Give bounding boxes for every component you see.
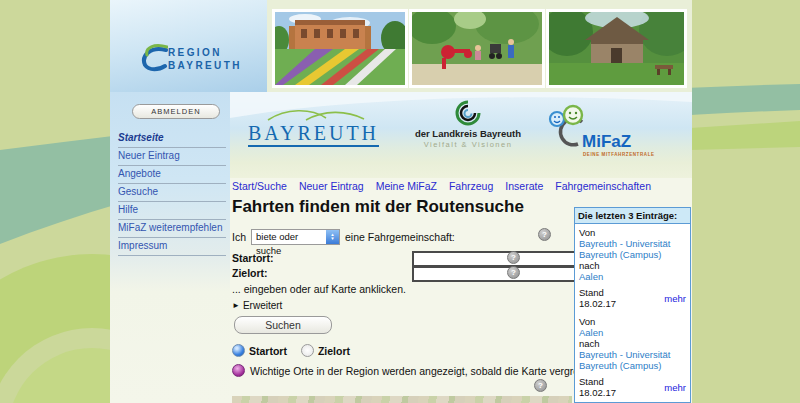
sidebar-menu: Startseite Neuer Eintrag Angebote Gesuch… xyxy=(118,130,226,256)
nav-neuer-eintrag[interactable]: Neuer Eintrag xyxy=(299,180,364,192)
bayreuth-city-logo: BAYREUTH xyxy=(248,122,379,147)
place-marker-icon xyxy=(232,364,245,377)
sidebar-item-impressum[interactable]: Impressum xyxy=(118,238,226,256)
latest-entries-title: Die letzten 3 Einträge: xyxy=(575,208,690,224)
entry-to-link[interactable]: Bayreuth - Universität Bayreuth (Campus) xyxy=(579,349,686,371)
nav-fahrgemeinschaften[interactable]: Fahrgemeinschaften xyxy=(555,180,651,192)
photo-playground xyxy=(409,9,545,88)
dest-label: Zielort: xyxy=(232,267,268,279)
help-icon-start[interactable]: ? xyxy=(507,251,520,264)
nav-inserate[interactable]: Inserate xyxy=(505,180,543,192)
radio-zielort[interactable] xyxy=(301,344,314,357)
start-label: Startort: xyxy=(232,252,273,264)
bayreuth-logo-arcs-icon xyxy=(266,106,366,122)
places-hint-text: Wichtige Orte in der Region werden angez… xyxy=(250,365,623,377)
sidebar: ABMELDEN Startseite Neuer Eintrag Angebo… xyxy=(110,92,230,403)
entry-from-link[interactable]: Bayreuth - Universität Bayreuth (Campus) xyxy=(579,238,686,260)
mode-row: Ich biete oder suche ▲▼ eine Fahrgemeins… xyxy=(232,229,552,245)
logo-band: BAYREUTH der Landkreis Bayreuth Vielfalt… xyxy=(230,92,692,178)
region-logo-text: REGION BAYREUTH xyxy=(168,46,242,72)
nav-fahrzeug[interactable]: Fahrzeug xyxy=(449,180,493,192)
main-nav: Start/Suche Neuer Eintrag Meine MiFaZ Fa… xyxy=(232,180,651,192)
start-row: Startort: xyxy=(232,252,632,264)
from-label: Von xyxy=(579,227,686,238)
entry-date: 18.02.17 xyxy=(579,298,616,309)
map-mode-radios: Startort Zielort xyxy=(232,344,364,357)
help-icon-dest[interactable]: ? xyxy=(507,266,520,279)
sidebar-item-neuer-eintrag[interactable]: Neuer Eintrag xyxy=(118,148,226,166)
entry-date: 18.02.17 xyxy=(579,387,616,398)
stand-label: Stand xyxy=(579,287,616,298)
stand-label: Stand xyxy=(579,376,616,387)
page-container: REGION BAYREUTH ABMELDEN Startseite Neue… xyxy=(110,0,692,403)
latest-entries-panel: Die letzten 3 Einträge: Von Bayreuth - U… xyxy=(574,207,691,403)
from-label: Von xyxy=(579,316,686,327)
mifaz-logo: MiFaZ DEINE MITFAHRZENTRALE xyxy=(546,104,676,160)
page-title: Fahrten finden mit der Routensuche xyxy=(232,197,524,217)
logout-button[interactable]: ABMELDEN xyxy=(132,104,220,119)
mode-suffix-label: eine Fahrgemeinschaft: xyxy=(345,231,455,243)
to-label: nach xyxy=(579,260,686,271)
help-icon-mode[interactable]: ? xyxy=(538,228,551,241)
latest-entries-list: Von Bayreuth - Universität Bayreuth (Cam… xyxy=(575,224,690,403)
radio-startort-label: Startort xyxy=(249,345,287,357)
more-link[interactable]: mehr xyxy=(664,293,686,304)
places-hint-row: Wichtige Orte in der Region werden angez… xyxy=(232,364,623,377)
radio-startort[interactable] xyxy=(232,344,245,357)
mode-select-value: biete oder suche xyxy=(252,230,326,244)
header-photo-strip xyxy=(267,0,692,92)
mode-select[interactable]: biete oder suche ▲▼ xyxy=(251,229,340,245)
entry-stand-row: Stand 18.02.17 mehr xyxy=(579,287,686,309)
sidebar-item-hilfe[interactable]: Hilfe xyxy=(118,202,226,220)
region-logo-panel: REGION BAYREUTH xyxy=(110,0,267,92)
landkreis-spiral-icon xyxy=(455,100,481,126)
entry-stand-row: Stand 18.02.17 mehr xyxy=(579,376,686,398)
dest-row: Zielort: xyxy=(232,267,632,279)
map-entry-hint: ... eingeben oder auf Karte anklicken. xyxy=(232,283,406,295)
sidebar-item-gesuche[interactable]: Gesuche xyxy=(118,184,226,202)
entry-1: Von Bayreuth - Universität Bayreuth (Cam… xyxy=(579,227,686,309)
photo-farmhouse xyxy=(546,9,687,88)
nav-start-suche[interactable]: Start/Suche xyxy=(232,180,287,192)
entry-2: Von Aalen nach Bayreuth - Universität Ba… xyxy=(579,316,686,398)
to-label: nach xyxy=(579,338,686,349)
map-canvas[interactable] xyxy=(232,396,572,403)
sidebar-item-startseite[interactable]: Startseite xyxy=(118,130,226,148)
landkreis-logo: der Landkreis Bayreuth Vielfalt & Vision… xyxy=(398,100,538,149)
nav-meine-mifaz[interactable]: Meine MiFaZ xyxy=(376,180,437,192)
more-link[interactable]: mehr xyxy=(664,382,686,393)
entry-to-link[interactable]: Aalen xyxy=(579,271,686,282)
mode-prefix-label: Ich xyxy=(232,231,246,243)
select-arrows-icon: ▲▼ xyxy=(326,230,339,244)
search-button[interactable]: Suchen xyxy=(234,316,332,334)
sidebar-item-angebote[interactable]: Angebote xyxy=(118,166,226,184)
triangle-right-icon: ► xyxy=(232,301,240,310)
advanced-toggle[interactable]: ► Erweitert xyxy=(232,300,282,311)
sidebar-item-weiterempfehlen[interactable]: MiFaZ weiterempfehlen xyxy=(118,220,226,238)
photo-festspielhaus xyxy=(272,9,408,88)
entry-from-link[interactable]: Aalen xyxy=(579,327,686,338)
region-logo-swoosh-icon xyxy=(140,44,168,74)
help-icon-map[interactable]: ? xyxy=(534,379,547,392)
radio-zielort-label: Zielort xyxy=(318,345,350,357)
